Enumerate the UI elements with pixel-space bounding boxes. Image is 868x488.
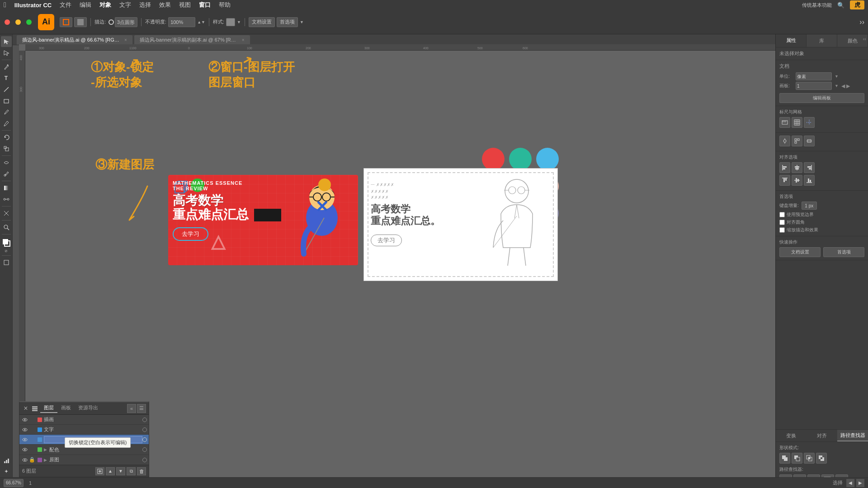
apple-icon[interactable]:  [4, 1, 6, 9]
unite-btn[interactable] [779, 453, 790, 464]
layer-lock-text[interactable] [28, 426, 36, 433]
exclude-btn[interactable] [816, 453, 827, 464]
type-tool[interactable]: T [1, 73, 12, 84]
tab-1[interactable]: 插边风-banner演示精品.ai @ 66.67% [RGB/GPU 预览] … [16, 35, 133, 45]
ruler-icon[interactable] [779, 117, 790, 128]
intersect-btn[interactable] [804, 453, 815, 464]
panel-collapse[interactable]: ‹‹ [863, 36, 866, 42]
layer-eye-original[interactable] [21, 456, 28, 464]
align-right-icon[interactable] [804, 162, 815, 173]
panel-menu-btn[interactable]: ☰ [137, 404, 146, 413]
preview-bounds-checkbox[interactable] [779, 212, 785, 217]
rotate-tool[interactable] [1, 132, 12, 143]
style-arrow[interactable]: ▼ [237, 20, 241, 24]
layer-eye-editing[interactable] [21, 436, 28, 443]
snap-grid-icon[interactable] [792, 136, 802, 146]
layer-lock-chadraw[interactable] [28, 416, 36, 423]
zoom-select[interactable]: 66.67% 100% 50% [4, 479, 24, 487]
layer-expand-original[interactable]: ▶ [44, 458, 49, 462]
stroke-box[interactable] [4, 240, 10, 247]
duplicate-layer-btn[interactable]: ⧉ [127, 467, 136, 475]
menu-file[interactable]: 文件 [60, 1, 71, 9]
preferences-btn[interactable]: 首选项 [277, 17, 298, 27]
align-middle-icon[interactable] [792, 175, 802, 186]
snap-point-icon[interactable] [779, 136, 790, 146]
maximize-btn[interactable] [26, 19, 32, 25]
align-center-h-icon[interactable] [792, 162, 802, 173]
more-arrow[interactable]: ▼ [300, 20, 304, 24]
minus-front-btn[interactable] [792, 453, 802, 464]
menu-edit[interactable]: 编辑 [80, 1, 91, 9]
tab-2[interactable]: 插边风-banner演示稿的副本.ai @ 67% [RGB/GPU 预览] × [134, 35, 250, 45]
blend-tool[interactable] [1, 194, 12, 205]
workspace-selector[interactable]: 传统基本功能 [802, 2, 832, 9]
close-btn[interactable] [5, 19, 10, 25]
opacity-arrows[interactable]: ▲▼ [197, 20, 205, 24]
pencil-tool[interactable] [1, 118, 12, 129]
layer-expand-paise[interactable]: ▶ [44, 447, 49, 452]
layer-lock-paise[interactable] [28, 446, 36, 453]
doc-settings-quick-btn[interactable]: 文档设置 [779, 247, 821, 257]
layers-collapse-btn[interactable]: × [22, 405, 29, 412]
preview-bounds-label[interactable]: 使用预览边界 [779, 211, 864, 218]
fill-color-btn[interactable] [74, 17, 87, 27]
minimize-btn[interactable] [15, 19, 21, 25]
zoom-tool[interactable] [1, 222, 12, 233]
align-bottom-icon[interactable] [804, 175, 815, 186]
menu-select[interactable]: 选择 [139, 1, 151, 9]
rect-tool[interactable] [1, 95, 12, 106]
tab-2-close[interactable]: × [242, 38, 245, 42]
libraries-tab[interactable]: 库 [807, 34, 837, 47]
opacity-input[interactable] [168, 17, 195, 27]
anti-alias-checkbox[interactable] [779, 227, 785, 233]
round-corners-checkbox[interactable] [779, 220, 785, 225]
scissors-tool[interactable] [1, 208, 12, 219]
menu-effect[interactable]: 效果 [159, 1, 171, 9]
layer-up-btn[interactable]: ▲ [106, 467, 115, 475]
direct-selection-tool[interactable] [1, 47, 12, 58]
stroke-color-btn[interactable] [60, 17, 72, 27]
layer-item-chadraw[interactable]: 插画 [19, 415, 149, 425]
panel-close-icon[interactable]: × [19, 34, 28, 45]
layer-lock-original[interactable]: 🔒 [28, 456, 36, 464]
change-screen-mode[interactable] [1, 257, 12, 268]
cta-button[interactable]: 去学习 [173, 227, 208, 241]
pen-tool[interactable] [1, 61, 12, 72]
search-icon[interactable]: 🔍 [837, 2, 844, 9]
layer-item-text[interactable]: 文字 [19, 425, 149, 435]
menu-window[interactable]: 窗口 [199, 1, 211, 9]
delete-layer-btn[interactable]: 🗑 [137, 467, 146, 475]
tab-1-close[interactable]: × [124, 38, 127, 42]
layer-item-original[interactable]: 🔒 ▶ 原图 [19, 455, 149, 465]
menu-view[interactable]: 视图 [179, 1, 191, 9]
eyedropper-tool[interactable] [1, 169, 12, 179]
expand-all-btn[interactable]: « [127, 404, 136, 413]
align-tab[interactable]: 对齐 [807, 430, 837, 441]
layer-eye-paise[interactable] [21, 446, 28, 453]
artboard-arrow[interactable]: ▼ [835, 84, 839, 88]
layer-lock-editing[interactable] [28, 436, 36, 443]
menu-object[interactable]: 对象 [99, 1, 111, 9]
layers-tab-assets[interactable]: 资源导出 [75, 404, 102, 413]
edit-artboard-btn[interactable]: 编辑画板 [779, 93, 864, 103]
menu-help[interactable]: 帮助 [219, 1, 231, 9]
align-top-icon[interactable] [779, 175, 790, 186]
guides-icon[interactable] [804, 117, 815, 128]
style-swatch[interactable] [226, 18, 235, 26]
doc-settings-btn[interactable]: 文档设置 [249, 17, 275, 27]
fill-stroke-indicator[interactable] [1, 238, 11, 248]
pathfinder-tab[interactable]: 路径查找器 [837, 430, 868, 441]
unit-select[interactable]: 像素 毫米 厘米 [796, 72, 832, 80]
anti-alias-label[interactable]: 缩放描边和效果 [779, 227, 864, 233]
align-left-icon[interactable] [779, 162, 790, 173]
gradient-tool[interactable] [1, 183, 12, 193]
magic-wand-tool[interactable] [1, 466, 12, 477]
play-btn[interactable]: ▶ [856, 479, 864, 487]
paintbrush-tool[interactable] [1, 107, 12, 117]
scale-tool[interactable] [1, 143, 12, 154]
chart-tool[interactable] [1, 455, 12, 466]
grid-icon[interactable] [792, 117, 802, 128]
stroke-select[interactable]: 3点圆形 [115, 17, 137, 27]
properties-tab[interactable]: 属性 [776, 34, 807, 47]
line-tool[interactable] [1, 84, 12, 95]
